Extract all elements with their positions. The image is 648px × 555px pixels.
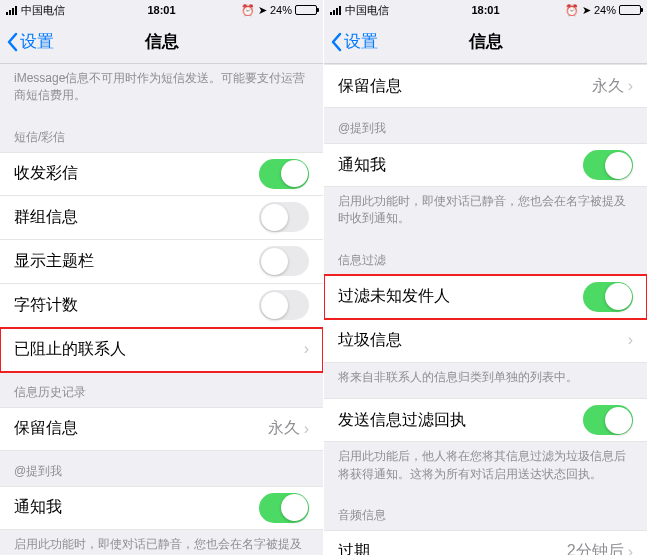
back-label: 设置 [20, 30, 54, 53]
back-label: 设置 [344, 30, 378, 53]
row-expire-value: 2分钟后 [567, 541, 624, 555]
row-notify-me-left[interactable]: 通知我 [0, 486, 323, 530]
row-blocked-label: 已阻止的联系人 [14, 339, 304, 360]
row-keep-messages-left[interactable]: 保留信息 永久 › [0, 407, 323, 451]
carrier-label: 中国电信 [345, 3, 389, 18]
chevron-right-icon: › [628, 77, 633, 95]
alarm-icon: ⏰ [565, 4, 579, 17]
section-history-header: 信息历史记录 [0, 372, 323, 407]
section-sms-header: 短信/彩信 [0, 117, 323, 152]
battery-pct: 24% [594, 4, 616, 16]
row-keep-messages-right[interactable]: 保留信息 永久 › [324, 64, 647, 108]
row-mms-label: 收发彩信 [14, 163, 259, 184]
row-keep-value-right: 永久 [592, 76, 624, 97]
row-keep-label-right: 保留信息 [338, 76, 592, 97]
row-keep-label-left: 保留信息 [14, 418, 268, 439]
status-time: 18:01 [471, 4, 499, 16]
row-filter-label: 过滤未知发件人 [338, 286, 583, 307]
notify-note-right: 启用此功能时，即使对话已静音，您也会在名字被提及时收到通知。 [324, 187, 647, 240]
filter-toggle[interactable] [583, 282, 633, 312]
char-toggle[interactable] [259, 290, 309, 320]
back-button[interactable]: 设置 [324, 30, 378, 53]
row-expire[interactable]: 过期 2分钟后 › [324, 530, 647, 555]
chevron-left-icon [330, 32, 342, 52]
battery-pct: 24% [270, 4, 292, 16]
row-junk-label: 垃圾信息 [338, 330, 628, 351]
back-button[interactable]: 设置 [0, 30, 54, 53]
section-filter-header: 信息过滤 [324, 240, 647, 275]
battery-icon [619, 5, 641, 15]
row-blocked-contacts[interactable]: 已阻止的联系人 › [0, 328, 323, 372]
filter-note: 将来自非联系人的信息归类到单独的列表中。 [324, 363, 647, 398]
subject-toggle[interactable] [259, 246, 309, 276]
row-notify-me-right[interactable]: 通知我 [324, 143, 647, 187]
imessage-note: iMessage信息不可用时作为短信发送。可能要支付运营商短信费用。 [0, 64, 323, 117]
receipt-note: 启用此功能后，他人将在您将其信息过滤为垃圾信息后将获得通知。这将为所有对话启用送… [324, 442, 647, 495]
chevron-right-icon: › [628, 331, 633, 349]
chevron-left-icon [6, 32, 18, 52]
receipt-toggle[interactable] [583, 405, 633, 435]
carrier-label: 中国电信 [21, 3, 65, 18]
row-group-messaging[interactable]: 群组信息 [0, 196, 323, 240]
row-group-label: 群组信息 [14, 207, 259, 228]
notify-note-left: 启用此功能时，即使对话已静音，您也会在名字被提及时收到通知。 [0, 530, 323, 555]
status-bar: 中国电信 18:01 ⏰ ➤ 24% [0, 0, 323, 20]
left-screenshot: 中国电信 18:01 ⏰ ➤ 24% 设置 信息 iMessage信息不可用时作… [0, 0, 324, 555]
row-junk[interactable]: 垃圾信息 › [324, 319, 647, 363]
row-char-count[interactable]: 字符计数 [0, 284, 323, 328]
row-notify-label-left: 通知我 [14, 497, 259, 518]
right-screenshot: 中国电信 18:01 ⏰ ➤ 24% 设置 信息 保留信息 永久 › @提到我 … [324, 0, 648, 555]
group-toggle[interactable] [259, 202, 309, 232]
chevron-right-icon: › [304, 420, 309, 438]
row-notify-label-right: 通知我 [338, 155, 583, 176]
chevron-right-icon: › [304, 340, 309, 358]
mms-toggle[interactable] [259, 159, 309, 189]
status-bar: 中国电信 18:01 ⏰ ➤ 24% [324, 0, 647, 20]
row-char-label: 字符计数 [14, 295, 259, 316]
location-icon: ➤ [582, 4, 591, 17]
signal-icon [6, 6, 17, 15]
section-mention-header-right: @提到我 [324, 108, 647, 143]
alarm-icon: ⏰ [241, 4, 255, 17]
notify-toggle-right[interactable] [583, 150, 633, 180]
nav-bar: 设置 信息 [324, 20, 647, 64]
battery-icon [295, 5, 317, 15]
section-mention-header-left: @提到我 [0, 451, 323, 486]
signal-icon [330, 6, 341, 15]
row-expire-label: 过期 [338, 541, 567, 555]
row-send-filter-receipt[interactable]: 发送信息过滤回执 [324, 398, 647, 442]
chevron-right-icon: › [628, 543, 633, 555]
row-subject-label: 显示主题栏 [14, 251, 259, 272]
status-time: 18:01 [147, 4, 175, 16]
row-mms[interactable]: 收发彩信 [0, 152, 323, 196]
row-keep-value-left: 永久 [268, 418, 300, 439]
row-filter-unknown[interactable]: 过滤未知发件人 [324, 275, 647, 319]
row-subject-field[interactable]: 显示主题栏 [0, 240, 323, 284]
row-receipt-label: 发送信息过滤回执 [338, 410, 583, 431]
location-icon: ➤ [258, 4, 267, 17]
nav-bar: 设置 信息 [0, 20, 323, 64]
notify-toggle-left[interactable] [259, 493, 309, 523]
section-audio-header: 音频信息 [324, 495, 647, 530]
